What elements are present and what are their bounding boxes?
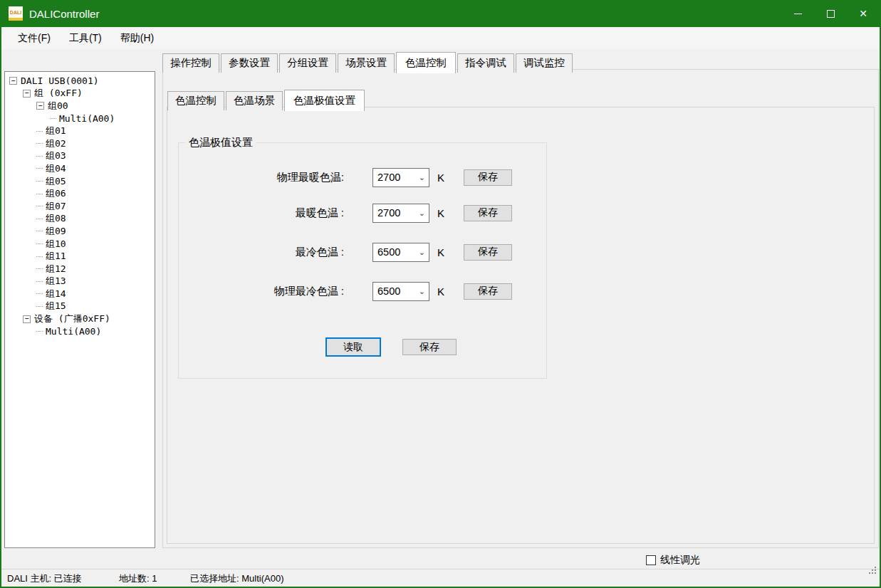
combobox-value: 2700 bbox=[377, 172, 400, 183]
tab-debug-monitor[interactable]: 调试监控 bbox=[516, 53, 573, 73]
tree-item-group-root[interactable]: −组 (0xFF) bbox=[5, 88, 155, 100]
tree-item-label: 组01 bbox=[46, 125, 66, 137]
main-tab-bar: 操作控制 参数设置 分组设置 场景设置 色温控制 指令调试 调试监控 bbox=[162, 52, 574, 73]
unit-label: K bbox=[437, 207, 444, 219]
tree-item-label: 组07 bbox=[46, 200, 66, 213]
tree-item-label: Multi(A00) bbox=[59, 113, 115, 124]
combobox-value: 2700 bbox=[377, 207, 400, 219]
chevron-down-icon[interactable]: ⌄ bbox=[419, 288, 425, 295]
tab-operation-control[interactable]: 操作控制 bbox=[162, 53, 219, 73]
resize-grip-icon[interactable] bbox=[875, 572, 876, 574]
window-title: DALIController bbox=[29, 8, 99, 20]
warmest-combobox[interactable]: 2700 ⌄ bbox=[372, 204, 429, 223]
tree-connector bbox=[36, 306, 43, 307]
unit-label: K bbox=[437, 246, 444, 258]
tree-item-group-07[interactable]: 组07 bbox=[5, 200, 155, 213]
tree-connector bbox=[36, 331, 43, 332]
status-address-count: 地址数: 1 bbox=[119, 572, 157, 585]
menu-tools[interactable]: 工具(T) bbox=[60, 28, 111, 48]
app-icon: DALI bbox=[9, 6, 23, 21]
collapse-icon[interactable]: − bbox=[23, 315, 31, 323]
linear-dimming-checkbox[interactable] bbox=[646, 555, 656, 565]
tree-item-group-05[interactable]: 组05 bbox=[5, 175, 155, 188]
tree-item-group-06[interactable]: 组06 bbox=[5, 187, 155, 200]
tree-item-group-08[interactable]: 组08 bbox=[5, 213, 155, 226]
tab-scene-settings[interactable]: 场景设置 bbox=[338, 53, 395, 73]
tree-item-group-12[interactable]: 组12 bbox=[5, 263, 155, 275]
tab-color-temp-control[interactable]: 色温控制 bbox=[396, 52, 456, 73]
coolest-combobox[interactable]: 6500 ⌄ bbox=[372, 243, 429, 262]
save-coolest-button[interactable]: 保存 bbox=[464, 244, 512, 261]
tree-item-group-13[interactable]: 组13 bbox=[5, 275, 155, 288]
maximize-button[interactable] bbox=[814, 0, 847, 27]
subtab-color-temp-scene[interactable]: 色温场景 bbox=[226, 91, 283, 110]
tree-item-label: 组02 bbox=[46, 137, 66, 150]
minimize-button[interactable] bbox=[781, 0, 814, 27]
tree-connector bbox=[36, 268, 43, 269]
tree-item-group-02[interactable]: 组02 bbox=[5, 137, 155, 150]
physical-warmest-combobox[interactable]: 2700 ⌄ bbox=[372, 168, 429, 187]
chevron-down-icon[interactable]: ⌄ bbox=[419, 209, 425, 217]
save-physical-warmest-button[interactable]: 保存 bbox=[464, 169, 512, 186]
tree-item-group-11[interactable]: 组11 bbox=[5, 250, 155, 263]
tree-connector bbox=[36, 206, 43, 206]
menu-help[interactable]: 帮助(H) bbox=[111, 28, 163, 48]
subtab-color-temp-extremes[interactable]: 色温极值设置 bbox=[284, 90, 365, 111]
tree-item-dali-usb[interactable]: −DALI USB(0001) bbox=[5, 75, 155, 88]
tree-item-group-14[interactable]: 组14 bbox=[5, 288, 155, 300]
tree-item-label: 组06 bbox=[46, 187, 66, 200]
tree-item-label: Multi(A00) bbox=[46, 326, 101, 337]
collapse-icon[interactable]: − bbox=[9, 77, 17, 85]
combobox-value: 6500 bbox=[377, 246, 400, 258]
tree-connector bbox=[36, 231, 43, 231]
coolest-label: 最冷色温 : bbox=[179, 246, 344, 259]
chevron-down-icon[interactable]: ⌄ bbox=[419, 248, 425, 256]
tree-item-label: 设备 (广播0xFF) bbox=[34, 313, 110, 325]
combobox-value: 6500 bbox=[377, 285, 400, 297]
tree-connector bbox=[36, 219, 43, 219]
tree-item-group-03[interactable]: 组03 bbox=[5, 150, 155, 163]
tree-connector bbox=[36, 256, 43, 257]
tree-item-label: DALI USB(0001) bbox=[21, 75, 99, 86]
tab-parameter-settings[interactable]: 参数设置 bbox=[221, 53, 278, 73]
chevron-down-icon[interactable]: ⌄ bbox=[419, 174, 425, 182]
tree-item-group-04[interactable]: 组04 bbox=[5, 162, 155, 175]
tree-connector bbox=[36, 243, 43, 244]
tree-item-group-00[interactable]: −组00 bbox=[5, 100, 155, 112]
physical-coolest-label: 物理最冷色温 : bbox=[179, 285, 344, 298]
tree-item-label: 组05 bbox=[46, 175, 66, 188]
collapse-icon[interactable]: − bbox=[23, 90, 31, 98]
read-button[interactable]: 读取 bbox=[325, 337, 381, 357]
tree-item-group-15[interactable]: 组15 bbox=[5, 300, 155, 313]
coolest-row: 最冷色温 : 6500 ⌄ K 保存 bbox=[179, 242, 512, 262]
groupbox-title: 色温极值设置 bbox=[185, 136, 256, 149]
tree-item-label: 组03 bbox=[46, 149, 66, 162]
tree-item-device-broadcast[interactable]: −设备 (广播0xFF) bbox=[5, 313, 155, 325]
physical-coolest-row: 物理最冷色温 : 6500 ⌄ K 保存 bbox=[179, 281, 512, 301]
subtab-color-temp-control[interactable]: 色温控制 bbox=[167, 91, 224, 110]
save-warmest-button[interactable]: 保存 bbox=[464, 205, 512, 221]
app-window: DALI DALIController ✕ 文件(F) 工具(T) 帮助(H) … bbox=[0, 0, 881, 588]
menu-file[interactable]: 文件(F) bbox=[9, 28, 60, 48]
tree-connector bbox=[50, 118, 56, 119]
physical-coolest-combobox[interactable]: 6500 ⌄ bbox=[372, 282, 429, 301]
tree-item-group-01[interactable]: 组01 bbox=[5, 125, 155, 137]
save-physical-coolest-button[interactable]: 保存 bbox=[464, 283, 512, 300]
device-tree: −DALI USB(0001) −组 (0xFF) −组00 Multi(A00… bbox=[4, 71, 155, 548]
tree-item-multi-a00[interactable]: Multi(A00) bbox=[5, 112, 155, 125]
tree-item-label: 组09 bbox=[46, 225, 66, 238]
tree-connector bbox=[36, 281, 43, 282]
tab-grouping-settings[interactable]: 分组设置 bbox=[279, 53, 336, 73]
tree-item-device-multi-a00[interactable]: Multi(A00) bbox=[5, 325, 155, 338]
close-button[interactable]: ✕ bbox=[847, 0, 880, 27]
tab-command-debug[interactable]: 指令调试 bbox=[457, 53, 514, 73]
tree-connector bbox=[36, 168, 43, 169]
tree-connector bbox=[36, 131, 43, 132]
tree-item-group-10[interactable]: 组10 bbox=[5, 238, 155, 251]
physical-warmest-label: 物理最暖色温: bbox=[179, 171, 344, 184]
tree-connector bbox=[36, 194, 43, 194]
tree-item-label: 组14 bbox=[46, 288, 66, 300]
tree-item-group-09[interactable]: 组09 bbox=[5, 225, 155, 238]
save-all-button[interactable]: 保存 bbox=[402, 339, 457, 355]
collapse-icon[interactable]: − bbox=[36, 102, 44, 110]
